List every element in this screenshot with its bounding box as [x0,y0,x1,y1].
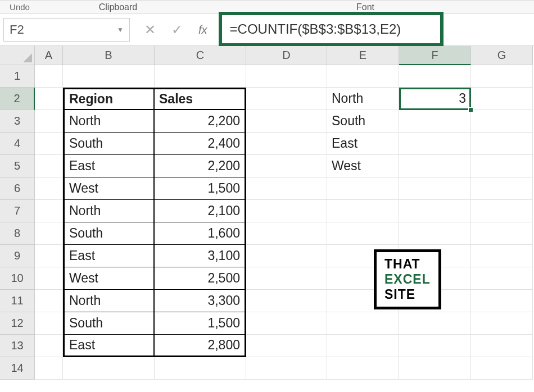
cell-D1[interactable] [246,65,327,88]
row-label-1[interactable]: 1 [0,65,35,88]
col-header-D[interactable]: D [246,46,327,65]
cell-B11[interactable]: North [63,290,155,312]
cell-A4[interactable] [35,133,63,155]
row-label-10[interactable]: 10 [0,267,35,290]
cell-D9[interactable] [246,245,327,267]
cell-B9[interactable]: East [63,245,155,267]
cell-D11[interactable] [246,290,327,312]
cell-G9[interactable] [471,245,533,267]
cell-C13[interactable]: 2,800 [155,335,246,357]
cell-D4[interactable] [246,133,327,155]
col-header-B[interactable]: B [63,46,155,65]
cell-C10[interactable]: 2,500 [155,267,246,290]
cell-C14[interactable] [155,357,246,380]
spreadsheet-grid[interactable]: A B C D E F G 1 2 Region Sales North 3 [0,46,534,380]
cell-E2[interactable]: North [327,88,399,110]
cell-G11[interactable] [471,290,533,312]
fx-icon[interactable]: fx [198,24,207,37]
cell-C4[interactable]: 2,400 [155,133,246,155]
col-header-C[interactable]: C [155,46,246,65]
chevron-down-icon[interactable]: ▼ [117,26,124,34]
cell-F14[interactable] [399,357,471,380]
accept-icon[interactable]: ✓ [171,22,183,38]
cell-A7[interactable] [35,200,63,222]
cell-B5[interactable]: East [63,155,155,177]
cell-B3[interactable]: North [63,110,155,133]
cell-B1[interactable] [63,65,155,88]
cell-G3[interactable] [471,110,533,133]
fill-handle[interactable] [468,107,473,112]
cell-D8[interactable] [246,222,327,245]
row-label-12[interactable]: 12 [0,312,35,335]
cell-A6[interactable] [35,177,63,200]
row-label-6[interactable]: 6 [0,177,35,200]
cell-G4[interactable] [471,133,533,155]
cell-B8[interactable]: South [63,222,155,245]
cell-C8[interactable]: 1,600 [155,222,246,245]
cell-E8[interactable] [327,222,399,245]
cell-G13[interactable] [471,335,533,357]
select-all-triangle[interactable] [0,46,35,65]
cell-A1[interactable] [35,65,63,88]
cell-F2[interactable]: 3 [399,88,471,110]
cell-C11[interactable]: 3,300 [155,290,246,312]
cell-F5[interactable] [399,155,471,177]
row-label-8[interactable]: 8 [0,222,35,245]
cell-D2[interactable] [246,88,327,110]
cell-F12[interactable] [399,312,471,335]
cell-F6[interactable] [399,177,471,200]
cell-G8[interactable] [471,222,533,245]
row-label-14[interactable]: 14 [0,357,35,380]
cell-B14[interactable] [63,357,155,380]
formula-input[interactable]: =COUNTIF($B$3:$B$13,E2) [230,21,401,37]
cell-B12[interactable]: South [63,312,155,335]
cell-A11[interactable] [35,290,63,312]
cell-D6[interactable] [246,177,327,200]
cell-F7[interactable] [399,200,471,222]
cell-A12[interactable] [35,312,63,335]
col-header-A[interactable]: A [35,46,63,65]
cell-B7[interactable]: North [63,200,155,222]
cell-A5[interactable] [35,155,63,177]
cell-F4[interactable] [399,133,471,155]
cell-A13[interactable] [35,335,63,357]
cell-A14[interactable] [35,357,63,380]
row-label-3[interactable]: 3 [0,110,35,133]
cell-G10[interactable] [471,267,533,290]
cell-B6[interactable]: West [63,177,155,200]
cell-G12[interactable] [471,312,533,335]
cell-C5[interactable]: 2,200 [155,155,246,177]
cell-B13[interactable]: East [63,335,155,357]
row-label-9[interactable]: 9 [0,245,35,267]
row-label-2[interactable]: 2 [0,88,35,110]
cell-A3[interactable] [35,110,63,133]
cell-G1[interactable] [471,65,533,88]
cell-F13[interactable] [399,335,471,357]
cell-C3[interactable]: 2,200 [155,110,246,133]
cell-D7[interactable] [246,200,327,222]
cell-C12[interactable]: 1,500 [155,312,246,335]
row-label-11[interactable]: 11 [0,290,35,312]
cell-A8[interactable] [35,222,63,245]
cell-G14[interactable] [471,357,533,380]
cell-G5[interactable] [471,155,533,177]
cell-A9[interactable] [35,245,63,267]
cell-F3[interactable] [399,110,471,133]
cell-C6[interactable]: 1,500 [155,177,246,200]
cell-E12[interactable] [327,312,399,335]
cell-C2[interactable]: Sales [155,88,246,110]
col-header-F[interactable]: F [399,46,471,65]
row-label-13[interactable]: 13 [0,335,35,357]
cell-F8[interactable] [399,222,471,245]
cell-D12[interactable] [246,312,327,335]
cell-D3[interactable] [246,110,327,133]
cell-B2[interactable]: Region [63,88,155,110]
cell-B10[interactable]: West [63,267,155,290]
cell-E6[interactable] [327,177,399,200]
cancel-icon[interactable]: ✕ [144,22,156,38]
cell-D5[interactable] [246,155,327,177]
cell-A2[interactable] [35,88,63,110]
row-label-7[interactable]: 7 [0,200,35,222]
row-label-5[interactable]: 5 [0,155,35,177]
cell-E1[interactable] [327,65,399,88]
